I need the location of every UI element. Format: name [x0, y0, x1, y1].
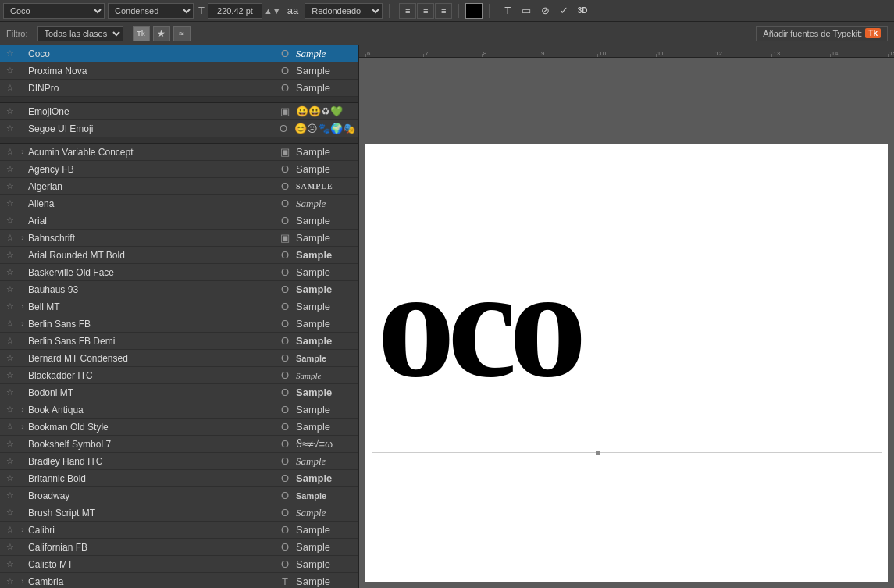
- antialiasing-select[interactable]: Redondeado: [305, 3, 383, 19]
- favorite-star-icon[interactable]: ☆: [3, 284, 17, 294]
- font-size-input[interactable]: [208, 3, 262, 19]
- expand-arrow-icon[interactable]: ›: [17, 302, 28, 311]
- font-panel[interactable]: ☆CocoOSample☆Proxima NovaOSample☆DINProO…: [0, 45, 359, 588]
- textbox-button[interactable]: ▭: [518, 3, 535, 19]
- favorites-filter-button[interactable]: ★: [153, 26, 170, 41]
- expand-arrow-icon[interactable]: ›: [17, 319, 28, 328]
- font-row[interactable]: ☆Baskerville Old FaceOSample: [0, 264, 358, 281]
- favorite-star-icon[interactable]: ☆: [3, 198, 17, 208]
- font-row[interactable]: ☆Bookshelf Symbol 7Oϑ≈≠√≡ω: [0, 436, 358, 453]
- favorite-star-icon[interactable]: ☆: [3, 66, 17, 76]
- favorite-star-icon[interactable]: ☆: [3, 250, 17, 260]
- favorite-star-icon[interactable]: ☆: [3, 301, 17, 312]
- expand-arrow-icon[interactable]: ›: [17, 526, 28, 534]
- align-right-button[interactable]: ≡: [435, 3, 452, 19]
- baseline-button[interactable]: T: [499, 3, 516, 19]
- font-row[interactable]: ☆Californian FBOSample: [0, 539, 358, 556]
- favorite-star-icon[interactable]: ☆: [3, 387, 17, 397]
- ruler-tick: [365, 54, 366, 57]
- favorite-star-icon[interactable]: ☆: [3, 123, 17, 134]
- favorite-star-icon[interactable]: ☆: [3, 370, 17, 380]
- no-spell-button[interactable]: ⊘: [536, 3, 554, 19]
- font-row[interactable]: ☆Berlin Sans FB DemiOSample: [0, 333, 358, 350]
- expand-arrow-icon[interactable]: ›: [17, 422, 28, 431]
- font-row[interactable]: ☆Bodoni MTOSample: [0, 384, 358, 401]
- favorite-star-icon[interactable]: ☆: [3, 508, 17, 518]
- white-canvas: oco: [365, 144, 888, 582]
- font-row[interactable]: ☆›Book AntiquaOSample: [0, 401, 358, 419]
- favorite-star-icon[interactable]: ☆: [3, 48, 17, 59]
- font-row[interactable]: ☆Proxima NovaOSample: [0, 62, 358, 80]
- font-size-group: T ▲▼: [197, 3, 281, 19]
- font-row[interactable]: ☆AlienaOSample: [0, 195, 358, 212]
- align-center-button[interactable]: ≡: [417, 3, 434, 19]
- favorite-star-icon[interactable]: ☆: [3, 525, 17, 535]
- font-row[interactable]: ☆Blackadder ITCOSample: [0, 367, 358, 384]
- font-row[interactable]: ☆Bauhaus 93OSample: [0, 281, 358, 298]
- check-button[interactable]: ✓: [555, 3, 572, 19]
- font-row[interactable]: ☆BroadwayOSample: [0, 487, 358, 504]
- font-row[interactable]: ☆Brush Script MTOSample: [0, 504, 358, 522]
- favorite-star-icon[interactable]: ☆: [3, 404, 17, 415]
- color-swatch[interactable]: [465, 3, 483, 19]
- favorite-star-icon[interactable]: ☆: [3, 164, 17, 174]
- font-name-label: Agency FB: [28, 164, 277, 175]
- favorite-star-icon[interactable]: ☆: [3, 147, 17, 157]
- font-name-label: Broadway: [28, 490, 277, 501]
- similar-filter-button[interactable]: ≈: [173, 26, 191, 41]
- font-row[interactable]: ☆Bernard MT CondensedOSample: [0, 350, 358, 367]
- align-group: ≡ ≡ ≡: [399, 3, 452, 19]
- font-row[interactable]: ☆›Bell MTOSample: [0, 298, 358, 315]
- expand-arrow-icon[interactable]: ›: [17, 405, 28, 414]
- font-row[interactable]: ☆Segoe UI EmojiO😊☹🐾🌍🎭: [0, 120, 358, 137]
- font-row[interactable]: ☆EmojiOne▣😀😃♻💚: [0, 103, 358, 120]
- size-stepper[interactable]: ▲▼: [264, 6, 281, 16]
- font-name-select[interactable]: Coco: [3, 3, 105, 19]
- align-left-button[interactable]: ≡: [399, 3, 416, 19]
- tk-badge: Tk: [865, 28, 881, 38]
- favorite-star-icon[interactable]: ☆: [3, 473, 17, 483]
- typekit-filter-button[interactable]: Tk: [133, 26, 150, 41]
- favorite-star-icon[interactable]: ☆: [3, 267, 17, 277]
- favorite-star-icon[interactable]: ☆: [3, 336, 17, 346]
- favorite-star-icon[interactable]: ☆: [3, 542, 17, 552]
- favorite-star-icon[interactable]: ☆: [3, 422, 17, 432]
- expand-arrow-icon[interactable]: ›: [17, 148, 28, 156]
- font-row[interactable]: ☆Calisto MTOSample: [0, 556, 358, 573]
- font-row[interactable]: ☆›CambriaTSample: [0, 573, 358, 588]
- font-row[interactable]: ☆›Acumin Variable Concept▣Sample: [0, 144, 358, 161]
- favorite-star-icon[interactable]: ☆: [3, 216, 17, 226]
- font-row[interactable]: ☆CocoOSample: [0, 45, 358, 62]
- favorite-star-icon[interactable]: ☆: [3, 83, 17, 93]
- font-row[interactable]: ☆Bradley Hand ITCOSample: [0, 453, 358, 470]
- font-row[interactable]: ☆Arial Rounded MT BoldOSample: [0, 247, 358, 264]
- expand-arrow-icon[interactable]: ›: [17, 233, 28, 242]
- font-row[interactable]: ☆Britannic BoldOSample: [0, 470, 358, 487]
- favorite-star-icon[interactable]: ☆: [3, 559, 17, 569]
- font-row[interactable]: ☆Agency FBOSample: [0, 161, 358, 178]
- filter-select[interactable]: Todas las clases: [37, 26, 123, 41]
- favorite-star-icon[interactable]: ☆: [3, 490, 17, 501]
- favorite-star-icon[interactable]: ☆: [3, 353, 17, 363]
- font-row[interactable]: ☆ArialOSample: [0, 212, 358, 230]
- favorite-star-icon[interactable]: ☆: [3, 319, 17, 329]
- font-row[interactable]: ☆AlgerianOSAMPLE: [0, 178, 358, 195]
- 3d-button[interactable]: 3D: [574, 3, 591, 19]
- favorite-star-icon[interactable]: ☆: [3, 181, 17, 191]
- font-sample-label: Sample: [293, 266, 355, 278]
- favorite-star-icon[interactable]: ☆: [3, 233, 17, 243]
- favorite-star-icon[interactable]: ☆: [3, 439, 17, 449]
- font-row[interactable]: ☆›Berlin Sans FBOSample: [0, 315, 358, 333]
- font-row[interactable]: ☆›CalibriOSample: [0, 522, 358, 539]
- text-options-group: T ▭ ⊘ ✓ 3D: [499, 3, 591, 19]
- expand-arrow-icon[interactable]: ›: [17, 577, 28, 586]
- favorite-star-icon[interactable]: ☆: [3, 106, 17, 116]
- font-row[interactable]: ☆DINProOSample: [0, 80, 358, 97]
- font-variant-select[interactable]: Condensed: [108, 3, 194, 19]
- font-sample-label: Sample: [293, 354, 355, 363]
- favorite-star-icon[interactable]: ☆: [3, 576, 17, 586]
- font-row[interactable]: ☆›Bookman Old StyleOSample: [0, 419, 358, 436]
- add-typekit-button[interactable]: Añadir fuentes de Typekit: Tk: [756, 26, 888, 41]
- favorite-star-icon[interactable]: ☆: [3, 456, 17, 466]
- font-row[interactable]: ☆›Bahnschrift▣Sample: [0, 230, 358, 247]
